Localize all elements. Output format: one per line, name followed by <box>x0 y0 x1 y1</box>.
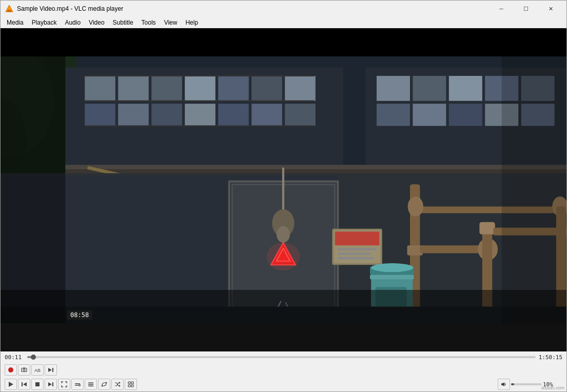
svg-rect-57 <box>338 252 371 254</box>
svg-rect-102 <box>128 382 130 384</box>
letterbox-bottom: 08:58 <box>1 323 566 351</box>
volume-track[interactable] <box>511 383 542 385</box>
svg-rect-61 <box>420 245 486 253</box>
watermark: wsxdn.com <box>541 385 564 390</box>
progress-thumb <box>31 355 36 360</box>
minimize-button[interactable]: ─ <box>490 1 513 17</box>
svg-rect-20 <box>185 104 216 126</box>
shuffle-button[interactable] <box>111 379 124 390</box>
restore-button[interactable]: ☐ <box>514 1 538 17</box>
svg-marker-106 <box>501 382 504 386</box>
total-time: 1:50:15 <box>539 354 562 361</box>
svg-marker-88 <box>23 382 27 386</box>
svg-rect-33 <box>377 104 410 126</box>
svg-rect-30 <box>449 76 482 101</box>
playlist-button[interactable] <box>85 379 97 390</box>
next-frame-icon <box>48 367 54 373</box>
progress-row: 00:11 1:50:15 <box>1 351 566 363</box>
controls-row1: AB <box>1 363 566 377</box>
titlebar: Sample Video.mp4 - VLC media player ─ ☐ … <box>1 1 566 17</box>
svg-rect-18 <box>118 104 149 126</box>
svg-rect-87 <box>22 382 23 386</box>
svg-rect-55 <box>335 231 380 245</box>
previous-icon <box>21 381 27 387</box>
volume-button[interactable] <box>498 379 510 390</box>
svg-marker-100 <box>119 385 121 387</box>
svg-point-79 <box>8 367 13 373</box>
loop-toggle-icon <box>101 381 107 387</box>
menu-media[interactable]: Media <box>3 18 28 27</box>
snapshot-button[interactable] <box>18 364 30 376</box>
fullscreen-icon <box>61 381 67 387</box>
video-area[interactable]: 08:58 <box>1 28 566 351</box>
snapshot-icon <box>21 367 27 373</box>
close-button[interactable]: ✕ <box>539 1 562 17</box>
svg-rect-19 <box>151 104 182 126</box>
svg-rect-29 <box>413 76 446 101</box>
time-tooltip: 08:58 <box>67 310 92 320</box>
extended-icon <box>74 381 81 387</box>
svg-point-81 <box>23 369 25 371</box>
svg-marker-84 <box>48 368 52 372</box>
svg-point-73 <box>371 263 413 272</box>
svg-rect-97 <box>88 386 93 387</box>
record-button[interactable] <box>5 364 17 376</box>
menu-view[interactable]: View <box>160 18 182 27</box>
menu-help[interactable]: Help <box>181 18 202 27</box>
stop-button[interactable] <box>31 379 44 390</box>
menu-subtitle[interactable]: Subtitle <box>109 18 138 27</box>
svg-rect-15 <box>251 76 282 101</box>
playlist-icon <box>88 381 94 387</box>
svg-rect-28 <box>377 76 410 101</box>
menu-audio[interactable]: Audio <box>61 18 85 27</box>
fullscreen-button[interactable] <box>58 379 70 390</box>
svg-rect-64 <box>479 222 495 234</box>
video-scene <box>1 56 566 323</box>
svg-text:AB: AB <box>34 368 41 373</box>
next-button[interactable] <box>45 379 57 390</box>
svg-rect-96 <box>88 384 93 385</box>
stop-icon <box>34 381 41 387</box>
svg-rect-76 <box>1 56 65 323</box>
menu-tools[interactable]: Tools <box>138 18 160 27</box>
progress-track[interactable] <box>27 356 536 358</box>
loop-ab-icon: AB <box>34 367 41 373</box>
effects-button[interactable] <box>125 379 137 390</box>
svg-rect-103 <box>131 382 133 384</box>
loop-ab-button[interactable]: AB <box>31 364 44 376</box>
window-title: Sample Video.mp4 - VLC media player <box>17 5 490 12</box>
extended-button[interactable] <box>71 379 84 390</box>
svg-rect-22 <box>251 104 282 126</box>
svg-rect-93 <box>75 385 79 386</box>
loop-toggle-button[interactable] <box>98 379 110 390</box>
svg-rect-10 <box>85 76 115 101</box>
svg-rect-77 <box>502 56 566 323</box>
svg-rect-92 <box>75 383 80 384</box>
svg-rect-16 <box>285 76 316 101</box>
play-icon <box>8 381 14 387</box>
svg-point-48 <box>277 226 290 243</box>
svg-rect-39 <box>65 165 566 169</box>
play-button[interactable] <box>5 379 17 390</box>
svg-rect-90 <box>52 382 53 386</box>
menu-playback[interactable]: Playback <box>28 18 61 27</box>
menubar: Media Playback Audio Video Subtitle Tool… <box>1 17 566 28</box>
svg-rect-95 <box>88 383 93 384</box>
record-icon <box>8 367 14 373</box>
svg-rect-72 <box>370 275 414 280</box>
svg-rect-82 <box>23 368 25 369</box>
menu-video[interactable]: Video <box>85 18 108 27</box>
svg-marker-86 <box>9 382 13 387</box>
svg-rect-34 <box>413 104 446 126</box>
svg-marker-101 <box>119 382 121 384</box>
svg-rect-23 <box>285 104 316 126</box>
volume-filled <box>511 383 514 385</box>
svg-rect-12 <box>151 76 182 101</box>
previous-button[interactable] <box>18 379 30 390</box>
svg-marker-91 <box>48 382 52 386</box>
svg-rect-85 <box>52 368 53 372</box>
next-icon <box>48 381 54 387</box>
next-frame-button[interactable] <box>45 364 57 376</box>
svg-point-94 <box>79 384 81 386</box>
effects-icon <box>128 381 134 387</box>
